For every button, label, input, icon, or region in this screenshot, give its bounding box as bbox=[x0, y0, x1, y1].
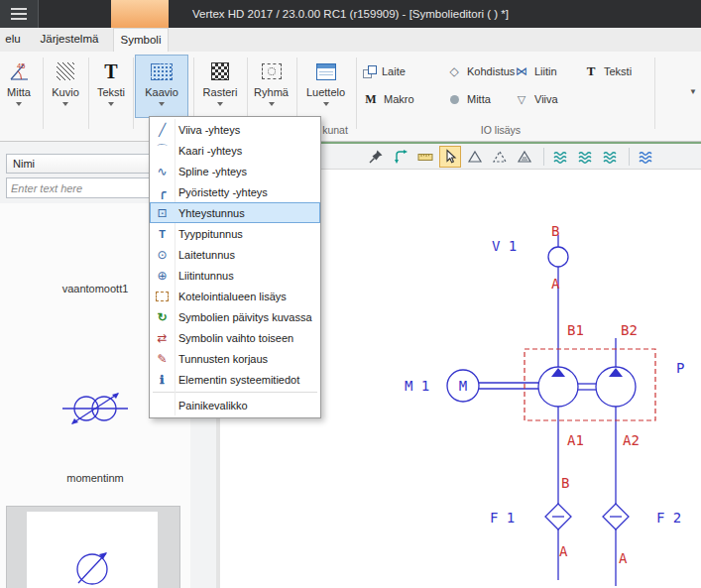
text-small-icon bbox=[583, 63, 599, 79]
io-button-liitin[interactable]: Liitin bbox=[514, 61, 557, 81]
tab-symboli[interactable]: Symboli bbox=[113, 28, 169, 52]
menu-item-yhteystunnus[interactable]: Yhteystunnus bbox=[150, 202, 320, 223]
group-label-io-lisays: IO lisäys bbox=[416, 124, 585, 136]
menu-item-elementin-systeemitiedot[interactable]: Elementin systeemitiedot bbox=[150, 369, 320, 390]
layers-wave-icon[interactable] bbox=[549, 146, 571, 168]
schematic-label: A bbox=[559, 543, 568, 559]
ribbon-button-mitta[interactable]: 45 Mitta bbox=[0, 55, 40, 118]
menu-item-kotelointialueen-lisays[interactable]: Kotelointialueen lisäys bbox=[150, 286, 320, 306]
schematic-label: B1 bbox=[567, 322, 584, 338]
line-connection-icon bbox=[150, 123, 175, 137]
menu-item-spline-yhteys[interactable]: Spline -yhteys bbox=[150, 161, 320, 181]
schematic-label: M 1 bbox=[405, 378, 429, 394]
chevron-down-icon bbox=[108, 102, 114, 106]
hatch-icon bbox=[57, 58, 74, 85]
connection-tag-icon bbox=[150, 206, 175, 220]
chevron-down-icon bbox=[269, 102, 275, 106]
schematic-label: B bbox=[551, 223, 559, 239]
schematic-label: P bbox=[676, 360, 684, 376]
layers-wave-icon[interactable] bbox=[574, 146, 596, 168]
macro-m-icon bbox=[363, 91, 379, 107]
device-squares-icon bbox=[363, 65, 377, 78]
moottori3-thumbnail bbox=[27, 512, 158, 588]
io-button-kohdistus[interactable]: Kohdistus bbox=[446, 61, 515, 81]
ribbon-button-kuvio[interactable]: Kuvio bbox=[46, 55, 85, 118]
window-title: Vertex HD 2017 / 23.0.00 RC1 (r159909) -… bbox=[0, 0, 701, 28]
schematic-label: V 1 bbox=[492, 238, 517, 254]
chevron-down-icon bbox=[217, 102, 223, 106]
ribbon-button-ryhma[interactable]: Ryhmä bbox=[248, 55, 294, 118]
type-tag-icon bbox=[150, 228, 175, 240]
arc-connection-icon bbox=[150, 142, 175, 159]
symbol-swap-icon bbox=[150, 331, 175, 345]
pin-icon[interactable] bbox=[365, 146, 387, 168]
cursor-icon[interactable] bbox=[439, 146, 461, 168]
enclosure-area-icon bbox=[150, 292, 175, 301]
menu-item-pyoristetty-yhteys[interactable]: Pyöristetty -yhteys bbox=[150, 181, 320, 202]
ribbon: 45 Mitta Kuvio Teksti Kaavio Rasteri bbox=[0, 52, 701, 142]
system-info-icon bbox=[150, 373, 175, 387]
rounded-connection-icon bbox=[150, 185, 175, 199]
chevron-down-icon bbox=[62, 102, 68, 106]
menu-item-tyyppitunnus[interactable]: Tyyppitunnus bbox=[150, 223, 320, 244]
io-button-mitta[interactable]: Mitta bbox=[446, 89, 491, 109]
tab-partial[interactable]: elu bbox=[0, 28, 26, 51]
symbols-refresh-icon bbox=[150, 310, 175, 324]
io-button-teksti[interactable]: Teksti bbox=[583, 61, 632, 81]
list-item-momentinm[interactable]: momentinm bbox=[0, 472, 190, 484]
schematic-label: B bbox=[561, 475, 569, 491]
raster-checker-icon bbox=[211, 58, 229, 85]
io-button-laite[interactable]: Laite bbox=[363, 61, 406, 81]
diagram-dashed-box-icon bbox=[151, 58, 173, 85]
spline-connection-icon bbox=[150, 165, 175, 178]
connector-bowtie-icon bbox=[514, 63, 529, 79]
list-item-momentinm-thumbnail[interactable] bbox=[60, 386, 130, 435]
ribbon-button-luettelo[interactable]: Luettelo bbox=[298, 55, 353, 118]
io-button-viiva[interactable]: Viiva bbox=[514, 89, 558, 109]
device-tag-icon bbox=[150, 248, 175, 262]
menu-item-tunnusten-korjaus[interactable]: Tunnusten korjaus bbox=[150, 348, 320, 369]
schematic-label: F 1 bbox=[490, 510, 515, 526]
kaavio-dropdown-menu: Viiva -yhteys Kaari -yhteys Spline -yhte… bbox=[149, 116, 321, 418]
menu-item-kaari-yhteys[interactable]: Kaari -yhteys bbox=[150, 140, 320, 161]
layers-wave-icon[interactable] bbox=[599, 146, 621, 168]
triangle-hatch-icon[interactable] bbox=[514, 146, 535, 168]
connector-tag-icon bbox=[150, 269, 175, 283]
menu-item-viiva-yhteys[interactable]: Viiva -yhteys bbox=[150, 119, 320, 140]
ribbon-button-teksti[interactable]: Teksti bbox=[91, 55, 131, 118]
ruler-icon[interactable] bbox=[414, 146, 436, 168]
schematic-label: B2 bbox=[621, 322, 638, 338]
pan-arrows-icon[interactable] bbox=[390, 146, 411, 168]
text-icon bbox=[104, 58, 117, 85]
line-triangle-icon bbox=[514, 91, 529, 107]
tab-jarjestelma[interactable]: Järjestelmä bbox=[30, 28, 109, 51]
ribbon-button-rasteri[interactable]: Rasteri bbox=[195, 55, 245, 118]
menu-item-laitetunnus[interactable]: Laitetunnus bbox=[150, 244, 320, 265]
triangle-icon[interactable] bbox=[464, 146, 486, 168]
title-bar: Vertex HD 2017 / 23.0.00 RC1 (r159909) -… bbox=[0, 0, 701, 28]
dimension-dot-icon bbox=[446, 91, 462, 107]
chevron-down-icon bbox=[159, 102, 165, 106]
align-diamond-icon bbox=[446, 63, 462, 79]
application-window: Vertex HD 2017 / 23.0.00 RC1 (r159909) -… bbox=[0, 0, 701, 588]
io-button-makro[interactable]: Makro bbox=[363, 89, 414, 109]
ribbon-button-kaavio[interactable]: Kaavio bbox=[135, 55, 188, 118]
menu-separator bbox=[153, 392, 317, 393]
menu-item-symbolin-vaihto[interactable]: Symbolin vaihto toiseen bbox=[150, 327, 320, 348]
svg-text:45: 45 bbox=[17, 61, 25, 70]
schematic-label: F 2 bbox=[656, 510, 681, 526]
ribbon-overflow-icon[interactable] bbox=[689, 87, 697, 96]
ribbon-tab-strip: elu Järjestelmä Symboli bbox=[0, 28, 701, 52]
tag-fix-icon bbox=[150, 352, 175, 366]
menu-item-symbolien-paivitys[interactable]: Symbolien päivitys kuvassa bbox=[150, 306, 320, 327]
menu-item-liitintunnus[interactable]: Liitintunnus bbox=[150, 265, 320, 286]
dimension-45-icon: 45 bbox=[8, 58, 30, 85]
schematic-label: A bbox=[551, 276, 560, 292]
chevron-down-icon bbox=[16, 102, 22, 106]
group-dashed-icon bbox=[262, 58, 282, 85]
menu-item-painikevalikko[interactable]: Painikevalikko bbox=[150, 395, 320, 415]
chevron-down-icon bbox=[323, 102, 329, 106]
list-item-moottori3-selected[interactable] bbox=[6, 506, 180, 588]
layers-wave-blue-icon[interactable] bbox=[635, 146, 656, 168]
triangle-dashed-icon[interactable] bbox=[489, 146, 511, 168]
